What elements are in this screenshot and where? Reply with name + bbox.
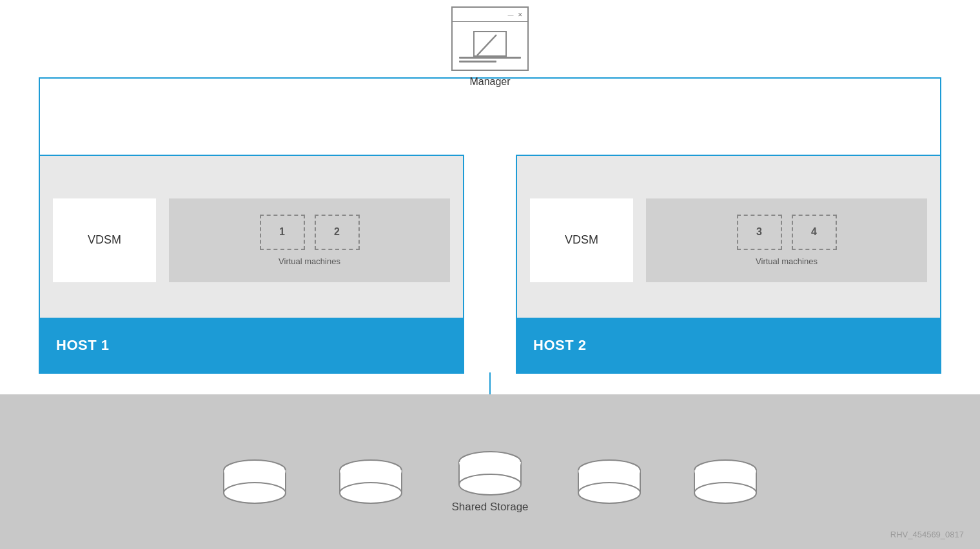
svg-point-6 bbox=[224, 483, 286, 503]
storage-area: Shared Storage bbox=[0, 394, 980, 549]
disk-4 bbox=[574, 458, 645, 506]
watermark: RHV_454569_0817 bbox=[890, 530, 964, 539]
hosts-area: VDSM 1 2 Virtual machines HOST 1 bbox=[39, 155, 941, 374]
disk-2 bbox=[335, 458, 406, 506]
host1-vm1: 1 bbox=[260, 215, 305, 250]
host2-vm-boxes-row: 3 4 bbox=[737, 215, 837, 250]
host1-box: VDSM 1 2 Virtual machines HOST 1 bbox=[39, 155, 464, 374]
host2-name: HOST 2 bbox=[533, 337, 586, 354]
svg-point-26 bbox=[694, 483, 756, 503]
svg-point-21 bbox=[578, 483, 640, 503]
disk-5-svg bbox=[690, 458, 761, 506]
host1-name: HOST 1 bbox=[56, 337, 109, 354]
host2-vms-container: 3 4 Virtual machines bbox=[646, 198, 927, 282]
host1-vm-boxes-row: 1 2 bbox=[260, 215, 360, 250]
host2-vm3: 3 bbox=[737, 215, 782, 250]
svg-rect-0 bbox=[474, 32, 506, 56]
host1-vdsm-box: VDSM bbox=[53, 198, 156, 282]
svg-point-11 bbox=[340, 483, 402, 503]
host1-vdsm-label: VDSM bbox=[88, 233, 121, 247]
manager-icon: — ✕ bbox=[451, 6, 529, 71]
left-vertical-line bbox=[39, 77, 40, 155]
host2-content: VDSM 3 4 Virtual machines bbox=[517, 156, 940, 318]
diagram-container: — ✕ Manager VDSM bbox=[0, 0, 980, 549]
host1-content: VDSM 1 2 Virtual machines bbox=[40, 156, 463, 318]
host1-footer: HOST 1 bbox=[40, 318, 463, 372]
storage-label: Shared Storage bbox=[451, 501, 528, 514]
host1-vms-label: Virtual machines bbox=[279, 256, 340, 266]
disk-4-svg bbox=[574, 458, 645, 506]
right-vertical-line bbox=[940, 77, 941, 155]
disk-3-svg bbox=[455, 449, 525, 497]
disk-1 bbox=[219, 458, 290, 506]
host2-vm4: 4 bbox=[792, 215, 837, 250]
minimize-icon: — bbox=[507, 12, 514, 18]
storage-disks-row: Shared Storage bbox=[219, 449, 760, 514]
host2-vdsm-label: VDSM bbox=[565, 233, 598, 247]
manager-label: Manager bbox=[448, 76, 532, 88]
close-icon: ✕ bbox=[517, 12, 524, 18]
manager-component: — ✕ Manager bbox=[448, 6, 532, 88]
host1-vms-container: 1 2 Virtual machines bbox=[169, 198, 450, 282]
svg-point-16 bbox=[459, 474, 521, 495]
host2-box: VDSM 3 4 Virtual machines HOST 2 bbox=[516, 155, 941, 374]
disk-5 bbox=[690, 458, 761, 506]
host2-vms-label: Virtual machines bbox=[756, 256, 818, 266]
manager-icon-lines bbox=[459, 57, 521, 64]
svg-line-1 bbox=[477, 35, 496, 55]
disk-1-svg bbox=[219, 458, 290, 506]
disk-3-connected: Shared Storage bbox=[451, 449, 528, 514]
host1-vm2: 2 bbox=[315, 215, 360, 250]
host2-footer: HOST 2 bbox=[517, 318, 940, 372]
disk-2-svg bbox=[335, 458, 406, 506]
host2-vdsm-box: VDSM bbox=[530, 198, 633, 282]
manager-titlebar: — ✕ bbox=[453, 8, 527, 22]
